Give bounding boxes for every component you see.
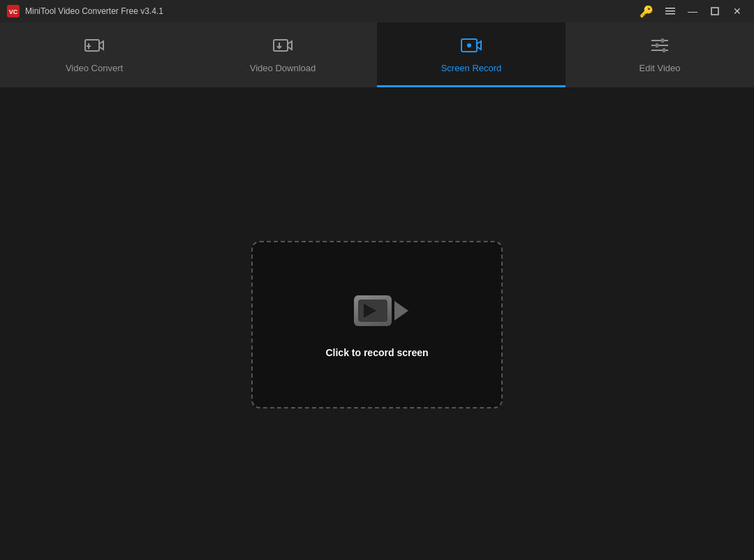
minimize-button[interactable]: —: [683, 3, 702, 19]
restore-icon: [711, 7, 719, 15]
tab-edit-video[interactable]: Edit Video: [566, 22, 754, 87]
window-controls: 🔑 — ✕: [640, 3, 747, 19]
video-download-icon: [272, 35, 294, 57]
menu-icon: [665, 6, 675, 16]
nav-tabs: Video Convert Video Download Screen Reco…: [0, 22, 754, 89]
record-screen-area[interactable]: Click to record screen: [251, 241, 503, 408]
restore-button[interactable]: [705, 3, 725, 19]
tab-label-video-convert: Video Convert: [66, 63, 123, 73]
svg-text:VC: VC: [9, 8, 18, 15]
tab-screen-record[interactable]: Screen Record: [377, 22, 566, 87]
svg-rect-4: [665, 13, 675, 15]
tab-label-video-download: Video Download: [250, 63, 316, 73]
svg-rect-3: [665, 10, 675, 12]
tab-video-convert[interactable]: Video Convert: [0, 22, 188, 87]
svg-rect-2: [665, 8, 675, 9]
svg-point-12: [467, 43, 471, 47]
tab-video-download[interactable]: Video Download: [188, 22, 377, 87]
record-icon-composite: [346, 291, 408, 336]
key-icon[interactable]: 🔑: [640, 5, 653, 18]
tab-label-edit-video: Edit Video: [639, 63, 680, 73]
menu-button[interactable]: [660, 3, 680, 19]
svg-rect-16: [661, 38, 664, 43]
app-title: MiniTool Video Converter Free v3.4.1: [25, 6, 640, 16]
main-content: Click to record screen: [0, 89, 754, 560]
titlebar: VC MiniTool Video Converter Free v3.4.1 …: [0, 0, 754, 22]
svg-rect-17: [656, 43, 658, 47]
minimize-icon: —: [688, 6, 697, 17]
close-button[interactable]: ✕: [727, 3, 747, 19]
svg-rect-9: [274, 40, 288, 51]
video-convert-icon: [83, 35, 105, 57]
app-logo: VC: [7, 5, 20, 17]
screen-record-icon: [460, 35, 482, 57]
play-triangle-icon: [364, 304, 376, 318]
record-cta-label: Click to record screen: [325, 347, 428, 358]
edit-video-icon: [649, 35, 671, 57]
svg-rect-18: [663, 48, 665, 52]
camera-side-shape: [394, 301, 408, 320]
close-icon: ✕: [733, 6, 741, 17]
svg-rect-5: [711, 8, 718, 15]
tab-label-screen-record: Screen Record: [441, 63, 502, 73]
